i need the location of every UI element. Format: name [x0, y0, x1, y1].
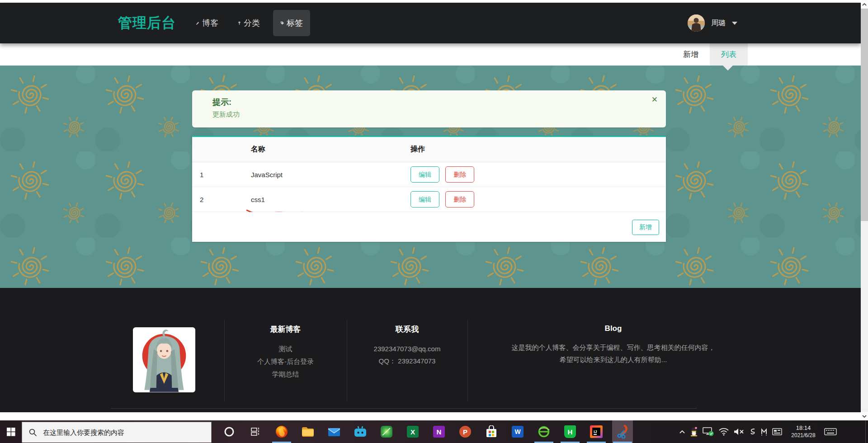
table-row: 2 css1 编辑 删除 — [192, 187, 666, 212]
footer-link[interactable]: 学期总结 — [224, 368, 347, 381]
clock-date: 2021/6/28 — [787, 432, 820, 439]
show-desktop-button[interactable] — [865, 420, 868, 443]
browser-360-icon — [538, 425, 550, 438]
intellij-idea-button[interactable]: IJ — [586, 420, 607, 443]
scrollbar-thumb[interactable] — [861, 9, 868, 221]
page-scrollbar[interactable] — [861, 0, 868, 420]
header-name: 名称 — [251, 145, 410, 154]
cortana-icon — [224, 426, 235, 437]
edit-button[interactable]: 编辑 — [410, 191, 439, 207]
tag-icon — [280, 21, 284, 25]
user-avatar — [688, 14, 705, 32]
media-disc-button[interactable] — [376, 420, 397, 443]
powerpoint-icon: P — [459, 426, 471, 438]
file-explorer-icon — [301, 426, 315, 438]
nav-item-label: 博客 — [202, 18, 218, 28]
screenshot-tool-button[interactable] — [612, 420, 633, 443]
user-menu[interactable]: 周璐 — [688, 3, 737, 43]
footer-link[interactable]: 个人博客-后台登录 — [224, 355, 347, 368]
monitor-security-tray-icon[interactable] — [703, 427, 714, 437]
tab-add[interactable]: 新增 — [675, 43, 707, 66]
footer-col-title: Blog — [467, 324, 759, 333]
scrollbar-up-arrow[interactable] — [861, 0, 868, 9]
blog-about-line: 希望可以给来到这儿的人有所帮助... — [467, 353, 759, 366]
file-explorer-button[interactable] — [297, 420, 318, 443]
search-icon — [28, 428, 38, 437]
category-pin-icon — [237, 21, 241, 25]
nav-item-label: 分类 — [244, 18, 260, 28]
mail-icon — [328, 427, 340, 437]
add-button[interactable]: 新增 — [632, 220, 659, 235]
row-name: JavaScript — [251, 171, 410, 179]
table-row: 1 JavaScript 编辑 删除 — [192, 162, 666, 187]
ime-tray-icon-1[interactable] — [749, 428, 756, 436]
user-name: 周璐 — [711, 19, 726, 28]
ms-store-icon — [486, 425, 497, 438]
table-header-row: 名称 操作 — [192, 137, 666, 162]
task-view-icon — [250, 426, 261, 437]
bilibili-icon — [354, 426, 367, 438]
intellij-idea-icon: IJ — [590, 425, 603, 438]
footer-col-title: 联系我 — [347, 324, 467, 335]
hbuilder-button[interactable]: H — [560, 420, 580, 443]
media-disc-icon — [380, 425, 393, 438]
windows-logo-icon — [7, 428, 15, 436]
excel-button[interactable]: X — [402, 420, 423, 443]
qq-tray-icon[interactable] — [689, 427, 698, 437]
footer-avatar-card — [133, 327, 195, 392]
alert-title: 提示: — [212, 97, 231, 108]
user-menu-caret-icon — [732, 22, 737, 25]
nav-item-tag-active[interactable]: 标签 — [273, 10, 310, 36]
taskbar-search-box[interactable] — [22, 422, 212, 443]
tab-list-active[interactable]: 列表 — [710, 43, 748, 66]
footer-col-latest-blogs: 最新博客 测试 个人博客-后台登录 学期总结 — [224, 324, 347, 381]
firefox-button[interactable] — [271, 420, 292, 443]
touch-keyboard-icon[interactable] — [824, 428, 837, 436]
delete-button[interactable]: 删除 — [445, 166, 474, 183]
firefox-icon — [275, 425, 288, 438]
blog-about-line: 这是我的个人博客、会分享关于编程、写作、思考相关的任何内容， — [467, 341, 759, 353]
hero-background: 提示: 更新成功 ✕ 名称 操作 1 JavaScript 编辑 删除 2 cs… — [0, 66, 861, 288]
anime-character-avatar — [133, 327, 195, 392]
nav-item-category[interactable]: 分类 — [237, 3, 260, 43]
wifi-tray-icon[interactable] — [718, 428, 729, 436]
onenote-icon: N — [433, 426, 445, 438]
row-index: 1 — [192, 171, 251, 179]
row-actions: 编辑 删除 — [410, 191, 666, 207]
brand-title: 管理后台 — [118, 3, 176, 43]
ime-tray-icon-2[interactable] — [760, 428, 768, 436]
footer-col-blog-about: Blog 这是我的个人博客、会分享关于编程、写作、思考相关的任何内容， 希望可以… — [467, 324, 759, 366]
hidden-icons-chevron[interactable] — [679, 429, 685, 434]
word-icon: W — [512, 426, 524, 438]
footer-link[interactable]: 测试 — [224, 343, 347, 355]
footer-col-title: 最新博客 — [224, 324, 347, 335]
sub-navbar: 新增 列表 — [0, 43, 861, 66]
powerpoint-button[interactable]: P — [455, 420, 476, 443]
alert-close-icon[interactable]: ✕ — [651, 95, 658, 104]
site-footer: 最新博客 测试 个人博客-后台登录 学期总结 联系我 2392347073@qq… — [0, 288, 861, 412]
delete-button[interactable]: 删除 — [445, 191, 474, 207]
row-actions: 编辑 删除 — [410, 166, 666, 183]
search-input[interactable] — [42, 428, 193, 437]
nav-item-blog[interactable]: 博客 — [196, 3, 218, 43]
cortana-button[interactable] — [219, 420, 240, 443]
word-button[interactable]: W — [507, 420, 528, 443]
bilibili-button[interactable] — [350, 420, 371, 443]
contact-email: 2392347073@qq.com — [347, 343, 467, 355]
top-navbar: 管理后台 博客 分类 标签 周璐 — [0, 3, 861, 43]
task-view-button[interactable] — [245, 420, 266, 443]
ms-store-button[interactable] — [481, 420, 502, 443]
hbuilder-icon: H — [564, 425, 576, 438]
tray-window-icon[interactable] — [772, 428, 783, 436]
edit-button[interactable]: 编辑 — [410, 166, 439, 183]
table-footer: 新增 — [192, 212, 666, 242]
taskbar-clock[interactable]: 18:14 2021/6/28 — [787, 424, 820, 439]
mail-button[interactable] — [324, 420, 344, 443]
start-button[interactable] — [0, 420, 22, 443]
scrollbar-down-arrow[interactable] — [861, 412, 868, 420]
footer-col-contact: 联系我 2392347073@qq.com QQ： 2392347073 — [347, 324, 467, 367]
volume-muted-tray-icon[interactable] — [733, 428, 745, 436]
onenote-button[interactable]: N — [429, 420, 449, 443]
browser-360-button[interactable] — [533, 420, 554, 443]
contact-qq: QQ： 2392347073 — [347, 355, 467, 367]
